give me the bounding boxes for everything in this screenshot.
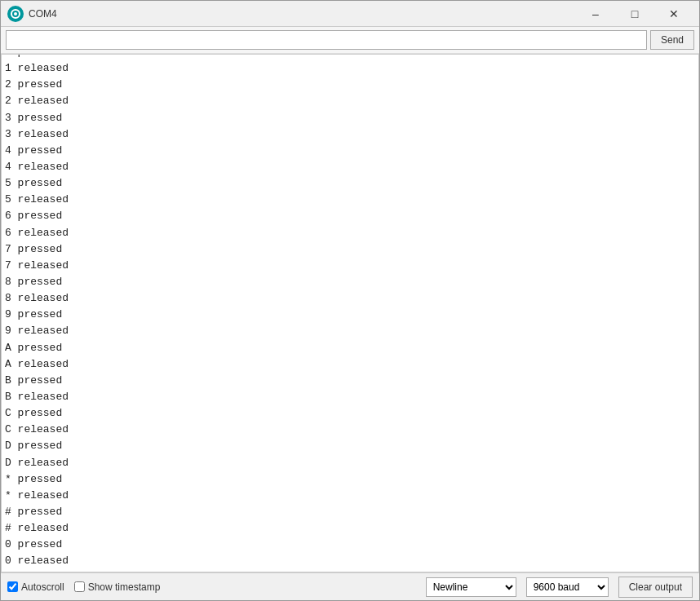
output-line: # pressed [5, 504, 695, 520]
newline-select[interactable]: No line ending Newline Carriage return B… [426, 577, 516, 597]
baud-select[interactable]: 300 baud 1200 baud 2400 baud 4800 baud 9… [526, 577, 609, 597]
output-line: D released [5, 455, 695, 471]
output-line: 6 pressed [5, 208, 695, 224]
output-line: 5 pressed [5, 175, 695, 192]
output-line: 7 released [5, 258, 695, 274]
output-line: # released [5, 520, 695, 537]
timestamp-checkbox[interactable] [74, 581, 85, 592]
toolbar: Send [1, 27, 699, 54]
output-line: * released [5, 488, 695, 504]
newline-group: No line ending Newline Carriage return B… [426, 577, 516, 597]
output-line: 1 pressed [5, 54, 695, 60]
output-line: 8 released [5, 290, 695, 307]
output-line: 4 pressed [5, 143, 695, 159]
minimize-button[interactable]: – [577, 1, 614, 27]
output-line: 9 pressed [5, 307, 695, 323]
main-window: COM4 – □ ✕ Send 1 pressed1 released2 pre… [0, 0, 700, 601]
output-line: A pressed [5, 340, 695, 356]
send-input[interactable] [6, 30, 647, 50]
window-controls: – □ ✕ [577, 1, 693, 27]
output-line: D pressed [5, 438, 695, 454]
clear-output-button[interactable]: Clear output [618, 577, 693, 598]
output-line: 6 released [5, 225, 695, 241]
output-line: * pressed [5, 471, 695, 488]
output-line: 7 pressed [5, 241, 695, 258]
output-line: 8 pressed [5, 274, 695, 290]
timestamp-label[interactable]: Show timestamp [88, 581, 161, 593]
app-icon [7, 6, 24, 22]
output-line: 0 pressed [5, 537, 695, 553]
output-line: B released [5, 389, 695, 405]
output-line: C released [5, 422, 695, 438]
autoscroll-checkbox[interactable] [7, 581, 18, 592]
timestamp-group: Show timestamp [74, 581, 161, 593]
output-line: B pressed [5, 373, 695, 389]
output-line: C pressed [5, 405, 695, 422]
output-line: 4 released [5, 159, 695, 175]
output-line: 9 released [5, 323, 695, 339]
status-bar: Autoscroll Show timestamp No line ending… [1, 572, 699, 600]
output-line: 0 released [5, 553, 695, 569]
output-area[interactable]: 1 pressed1 released2 pressed2 released3 … [1, 54, 699, 572]
output-line: 3 released [5, 126, 695, 143]
output-container: 1 pressed1 released2 pressed2 released3 … [1, 54, 699, 572]
output-line: 5 released [5, 192, 695, 208]
send-button[interactable]: Send [650, 30, 694, 50]
close-button[interactable]: ✕ [655, 1, 693, 27]
maximize-button[interactable]: □ [616, 1, 653, 27]
baud-group: 300 baud 1200 baud 2400 baud 4800 baud 9… [526, 577, 609, 597]
output-line: 3 pressed [5, 110, 695, 126]
autoscroll-label[interactable]: Autoscroll [21, 581, 64, 593]
output-line: A released [5, 356, 695, 373]
output-line: 1 released [5, 60, 695, 77]
output-line: 2 released [5, 93, 695, 109]
window-title: COM4 [29, 8, 577, 20]
autoscroll-group: Autoscroll [7, 581, 64, 593]
title-bar: COM4 – □ ✕ [1, 1, 699, 27]
svg-point-1 [14, 12, 17, 15]
output-line: 2 pressed [5, 77, 695, 93]
